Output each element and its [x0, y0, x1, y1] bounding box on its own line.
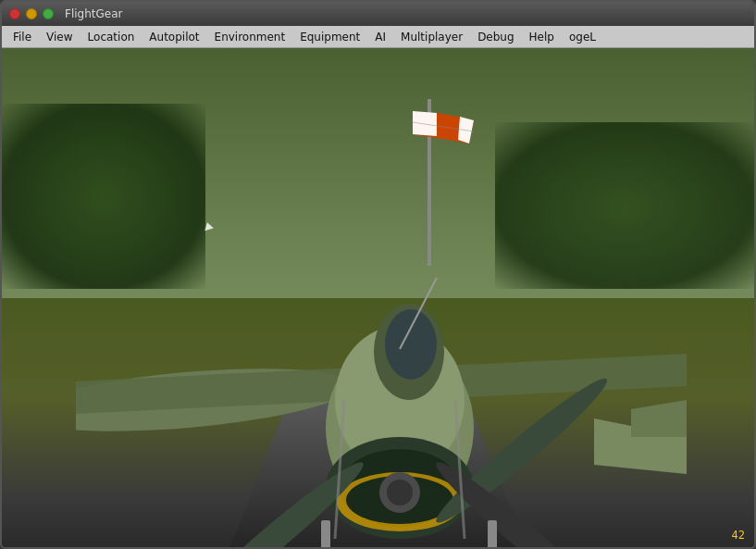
menu-item-environment[interactable]: Environment: [207, 29, 293, 45]
svg-rect-19: [321, 520, 330, 547]
menu-item-help[interactable]: Help: [522, 29, 562, 45]
minimize-button[interactable]: [26, 8, 37, 19]
titlebar: FlightGear: [2, 2, 754, 26]
fps-counter: 42: [732, 529, 745, 542]
svg-marker-1: [413, 111, 437, 136]
svg-rect-21: [488, 520, 497, 547]
aircraft: [76, 215, 687, 547]
menubar: FileViewLocationAutopilotEnvironmentEqui…: [2, 26, 754, 48]
menu-item-multiplayer[interactable]: Multiplayer: [393, 29, 470, 45]
menu-item-debug[interactable]: Debug: [470, 29, 521, 45]
svg-point-24: [385, 309, 437, 380]
app-window: FlightGear FileViewLocationAutopilotEnvi…: [0, 0, 756, 549]
menu-item-ai[interactable]: AI: [367, 29, 393, 45]
close-button[interactable]: [9, 8, 20, 19]
maximize-button[interactable]: [43, 8, 54, 19]
menu-item-autopilot[interactable]: Autopilot: [142, 29, 206, 45]
menu-item-equipment[interactable]: Equipment: [292, 29, 367, 45]
svg-marker-26: [631, 400, 687, 437]
menu-item-view[interactable]: View: [39, 29, 80, 45]
menu-item-file[interactable]: File: [6, 29, 39, 45]
menu-item-location[interactable]: Location: [81, 29, 143, 45]
scene: 42: [2, 48, 754, 547]
window-title: FlightGear: [65, 7, 122, 20]
viewport[interactable]: 42: [2, 48, 754, 547]
menu-item-ogel[interactable]: ogeL: [562, 29, 603, 45]
windsock: [409, 102, 483, 162]
svg-marker-6: [76, 368, 363, 414]
svg-point-15: [387, 480, 413, 505]
